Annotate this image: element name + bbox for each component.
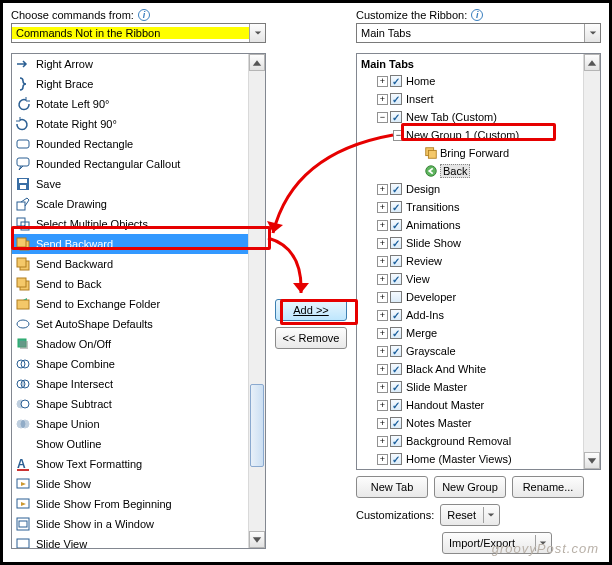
expand-icon[interactable]: + [377,454,388,465]
command-item[interactable]: Slide View [12,534,248,548]
new-group-button[interactable]: New Group [434,476,506,498]
add-button[interactable]: Add >> [275,299,347,321]
tree-item[interactable]: +Transitions [357,198,583,216]
tree-item[interactable]: +Notes Master [357,414,583,432]
tree-item[interactable]: +Slide Master [357,378,583,396]
command-item[interactable]: Select Multiple Objects [12,214,248,234]
commands-source-dropdown[interactable]: Commands Not in the Ribbon [11,23,266,43]
tree-item[interactable]: −New Group 1 (Custom) [357,126,583,144]
scroll-up-icon[interactable] [249,54,265,71]
scroll-down-icon[interactable] [584,452,600,469]
checkbox[interactable] [390,399,402,411]
expand-icon[interactable]: + [377,436,388,447]
ribbon-scope-dropdown[interactable]: Main Tabs [356,23,601,43]
command-item[interactable]: Save [12,174,248,194]
expand-icon[interactable]: + [377,184,388,195]
tree-item[interactable]: +Grayscale [357,342,583,360]
command-item[interactable]: Set AutoShape Defaults [12,314,248,334]
reset-button[interactable]: Reset [440,504,500,526]
checkbox[interactable] [390,435,402,447]
commands-listbox[interactable]: Right ArrowRight BraceRotate Left 90°Rot… [11,53,266,549]
tree-item[interactable]: +Animations [357,216,583,234]
command-item[interactable]: Slide Show in a Window [12,514,248,534]
command-item[interactable]: Rotate Right 90° [12,114,248,134]
checkbox[interactable] [390,291,402,303]
scroll-thumb[interactable] [250,384,264,467]
command-item[interactable]: Send Backward [12,254,248,274]
command-item[interactable]: Rotate Left 90° [12,94,248,114]
expand-icon[interactable]: + [377,346,388,357]
command-item[interactable]: Send Backward [12,234,248,254]
checkbox[interactable] [390,219,402,231]
command-item[interactable]: Shape Intersect [12,374,248,394]
tree-item[interactable]: +Developer [357,288,583,306]
expand-icon[interactable]: + [377,292,388,303]
tree-item[interactable]: +Design [357,180,583,198]
checkbox[interactable] [390,327,402,339]
remove-button[interactable]: << Remove [275,327,347,349]
checkbox[interactable] [390,201,402,213]
collapse-icon[interactable]: − [393,130,404,141]
command-item[interactable]: AShow Text Formatting [12,454,248,474]
command-item[interactable]: Send to Back [12,274,248,294]
scrollbar[interactable] [248,54,265,548]
checkbox[interactable] [390,75,402,87]
ribbon-tree[interactable]: Main Tabs +Home+Insert−New Tab (Custom)−… [356,53,601,470]
checkbox[interactable] [390,237,402,249]
tree-item[interactable]: +Background Removal [357,432,583,450]
tree-item[interactable]: +Handout Master [357,396,583,414]
info-icon[interactable]: i [138,9,150,21]
tree-item[interactable]: Back [357,162,583,180]
info-icon[interactable]: i [471,9,483,21]
expand-icon[interactable]: + [377,310,388,321]
collapse-icon[interactable]: − [377,112,388,123]
expand-icon[interactable]: + [377,94,388,105]
tree-item[interactable]: +Home [357,72,583,90]
expand-icon[interactable]: + [377,202,388,213]
command-item[interactable]: Scale Drawing [12,194,248,214]
tree-item[interactable]: +Slide Show [357,234,583,252]
expand-icon[interactable]: + [377,418,388,429]
command-item[interactable]: Right Brace [12,74,248,94]
tree-item[interactable]: +Add-Ins [357,306,583,324]
expand-icon[interactable]: + [377,238,388,249]
scrollbar[interactable] [583,54,600,469]
command-item[interactable]: Right Arrow [12,54,248,74]
checkbox[interactable] [390,345,402,357]
command-item[interactable]: Slide Show From Beginning [12,494,248,514]
command-item[interactable]: Rounded Rectangular Callout [12,154,248,174]
tree-item[interactable]: +Review [357,252,583,270]
expand-icon[interactable]: + [377,76,388,87]
checkbox[interactable] [390,309,402,321]
command-item[interactable]: Shadow On/Off [12,334,248,354]
command-item[interactable]: Shape Subtract [12,394,248,414]
tree-item[interactable]: +Black And White [357,360,583,378]
tree-item[interactable]: +Insert [357,90,583,108]
command-item[interactable]: Rounded Rectangle [12,134,248,154]
command-item[interactable]: Show Outline [12,434,248,454]
command-item[interactable]: Slide Show [12,474,248,494]
expand-icon[interactable]: + [377,382,388,393]
checkbox[interactable] [390,273,402,285]
tree-item[interactable]: +Home (Master Views) [357,450,583,468]
expand-icon[interactable]: + [377,274,388,285]
dropdown-button[interactable] [584,24,600,42]
checkbox[interactable] [390,255,402,267]
rename-button[interactable]: Rename... [512,476,584,498]
checkbox[interactable] [390,453,402,465]
expand-icon[interactable]: + [377,220,388,231]
checkbox[interactable] [390,93,402,105]
checkbox[interactable] [390,183,402,195]
scroll-down-icon[interactable] [249,531,265,548]
expand-icon[interactable]: + [377,256,388,267]
scroll-up-icon[interactable] [584,54,600,71]
expand-icon[interactable]: + [377,400,388,411]
tree-item[interactable]: +View [357,270,583,288]
expand-icon[interactable]: + [377,364,388,375]
checkbox[interactable] [390,381,402,393]
tree-item[interactable]: Bring Forward [357,144,583,162]
checkbox[interactable] [390,417,402,429]
tree-item[interactable]: +Merge [357,324,583,342]
dropdown-button[interactable] [249,24,265,42]
command-item[interactable]: Shape Union [12,414,248,434]
